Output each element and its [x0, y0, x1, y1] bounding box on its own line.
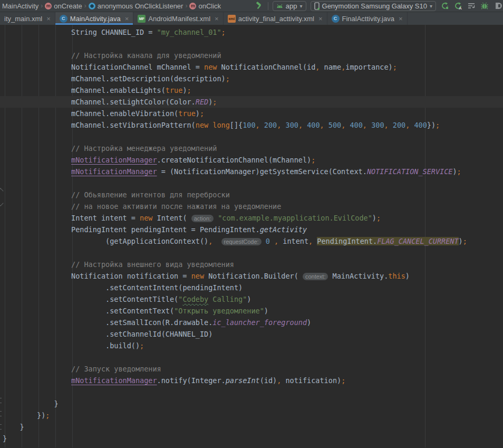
- code-indent: [3, 307, 105, 315]
- code-indent: [3, 272, 71, 280]
- code-indent: [3, 399, 54, 408]
- code-line[interactable]: [0, 131, 503, 142]
- code-line[interactable]: String CHANNEL_ID = "my_channel_01";: [0, 26, 503, 38]
- code-line[interactable]: // на новое активити после нажатия на ув…: [0, 201, 503, 212]
- code-line[interactable]: mNotificationManager.notify(Integer.pars…: [0, 375, 503, 386]
- code-token: ): [307, 318, 311, 327]
- build-hammer-icon[interactable]: [255, 2, 264, 11]
- code-token: ;: [226, 74, 230, 83]
- code-line[interactable]: .setContentIntent(pendingIntent): [0, 282, 503, 293]
- code-indent: [3, 156, 71, 164]
- code-indent: [3, 423, 20, 431]
- code-line[interactable]: // Обьявление интентов для переброски: [0, 189, 503, 201]
- code-line[interactable]: mChannel.enableVibration(true);: [0, 108, 503, 119]
- code-line[interactable]: .setContentTitle("Codeby Calling"): [0, 293, 503, 305]
- code-line[interactable]: [0, 38, 503, 50]
- breadcrumb-item[interactable]: monCreate: [44, 2, 83, 10]
- breadcrumb-item[interactable]: monClick: [188, 2, 222, 10]
- apply-code-changes-icon[interactable]: A: [453, 2, 462, 11]
- code-editor[interactable]: String CHANNEL_ID = "my_channel_01"; // …: [0, 25, 503, 447]
- code-token: // Обьявление интентов для переброски: [71, 190, 230, 199]
- code-line[interactable]: [0, 386, 503, 398]
- parameter-hint: context:: [303, 273, 328, 280]
- breadcrumb-item-label: onCreate: [54, 2, 82, 10]
- code-line[interactable]: .setContentText("Открыть уведомление"): [0, 305, 503, 317]
- run-configuration-selector[interactable]: app ▾: [273, 1, 306, 11]
- code-line[interactable]: PendingIntent pendingIntent = PendingInt…: [0, 224, 503, 235]
- code-line[interactable]: }: [0, 433, 503, 444]
- code-indent: [3, 51, 71, 60]
- code-line[interactable]: NotificationChannel mChannel = new Notif…: [0, 61, 503, 73]
- java-class-icon: C: [332, 15, 340, 23]
- code-line[interactable]: }: [0, 421, 503, 433]
- profiler-icon[interactable]: [493, 2, 502, 11]
- tab-close-icon[interactable]: ×: [318, 15, 323, 23]
- code-line[interactable]: .setChannelId(CHANNEL_ID): [0, 328, 503, 340]
- tab-MainActivity.java[interactable]: CMainActivity.java×: [55, 12, 133, 25]
- code-token: Notification.Builder(: [204, 272, 303, 280]
- code-token: // Настройка внешнего вида уведомления: [71, 260, 234, 269]
- tab-AndroidManifest.xml[interactable]: MFAndroidManifest.xml×: [133, 12, 223, 25]
- code-token: [212, 237, 221, 245]
- code-indent: [3, 63, 71, 71]
- device-selector[interactable]: Genymotion Samsung Galaxy S10 ▾: [311, 1, 436, 11]
- code-indent: [3, 202, 71, 211]
- apply-changes-restart-icon[interactable]: [440, 2, 449, 11]
- code-line[interactable]: [0, 177, 503, 189]
- code-token: ;: [463, 237, 467, 245]
- tab-ity_main.xml[interactable]: ity_main.xml×: [0, 12, 55, 25]
- code-line[interactable]: // Запуск уведомления: [0, 363, 503, 375]
- code-line[interactable]: // Настройка менеджера уведомлений: [0, 142, 503, 154]
- code-token: mChannel.enableLights(: [71, 86, 166, 94]
- tab-FinalActtivity.java[interactable]: CFinalActtivity.java×: [327, 12, 408, 25]
- code-token: ic_launcher_foreground: [212, 318, 307, 327]
- code-token: ,: [298, 121, 307, 129]
- breadcrumb-item[interactable]: MainActivity: [1, 2, 40, 10]
- code-line[interactable]: mChannel.setLightColor(Color.RED);: [0, 96, 503, 108]
- code-indent: [3, 341, 105, 350]
- code-line[interactable]: mChannel.enableLights(true);: [0, 84, 503, 96]
- tab-activity_final_acttivity.xml[interactable]: xmlactivity_final_acttivity.xml×: [224, 12, 327, 25]
- code-token: PendingIntent.: [317, 237, 377, 245]
- code-line[interactable]: });: [0, 409, 503, 421]
- breadcrumb-item-label: anonymous OnClickListener: [98, 2, 183, 10]
- tab-close-icon[interactable]: ×: [46, 15, 51, 23]
- code-line[interactable]: // Настройка канала для уведомлений: [0, 50, 503, 61]
- code-token: MainActivity.: [328, 272, 388, 280]
- code-token: new: [196, 121, 208, 129]
- code-line[interactable]: Intent intent = new Intent( action: "com…: [0, 212, 503, 224]
- code-line[interactable]: (getApplicationContext(), requestCode: 0…: [0, 235, 503, 247]
- tab-close-icon[interactable]: ×: [125, 15, 129, 23]
- breadcrumb-item-label: MainActivity: [2, 2, 38, 10]
- code-line[interactable]: [0, 247, 503, 259]
- tab-close-icon[interactable]: ×: [399, 15, 403, 23]
- code-line[interactable]: mNotificationManager.createNotificationC…: [0, 154, 503, 166]
- code-line[interactable]: .setSmallIcon(R.drawable.ic_launcher_for…: [0, 317, 503, 328]
- code-line[interactable]: [0, 351, 503, 363]
- code-token: long: [212, 121, 230, 129]
- code-line[interactable]: mChannel.setDescription(description);: [0, 73, 503, 84]
- code-token: ): [459, 237, 463, 245]
- code-token: 500: [328, 121, 341, 129]
- tab-close-icon[interactable]: ×: [215, 15, 219, 23]
- code-token: ): [372, 214, 376, 222]
- debug-bug-icon[interactable]: [480, 2, 489, 11]
- device-selector-label: Genymotion Samsung Galaxy S10: [322, 2, 427, 10]
- code-line[interactable]: // Настройка внешнего вида уведомления: [0, 259, 503, 270]
- code-line[interactable]: .build();: [0, 340, 503, 351]
- breadcrumb-item[interactable]: anonymous OnClickListener: [88, 2, 185, 10]
- code-line[interactable]: }: [0, 398, 503, 409]
- code-line[interactable]: mNotificationManager = (NotificationMana…: [0, 166, 503, 177]
- code-line[interactable]: Notification notification = new Notifica…: [0, 270, 503, 282]
- code-token: ): [196, 109, 200, 118]
- code-token: Calling": [208, 295, 247, 303]
- code-token: this: [388, 272, 405, 280]
- attach-debugger-icon[interactable]: [467, 2, 476, 11]
- code-token: "com.example.myapplication.EvilCode": [218, 214, 372, 222]
- code-token: ;: [221, 28, 226, 36]
- code-token: "my_channel_01": [157, 28, 221, 36]
- code-token: FLAG_CANCEL_CURRENT: [377, 237, 458, 245]
- code-token: // Настройка менеджера уведомлений: [71, 144, 217, 152]
- tab-label: MainActivity.java: [70, 15, 121, 23]
- code-line[interactable]: mChannel.setVibrationPattern(new long[]{…: [0, 119, 503, 131]
